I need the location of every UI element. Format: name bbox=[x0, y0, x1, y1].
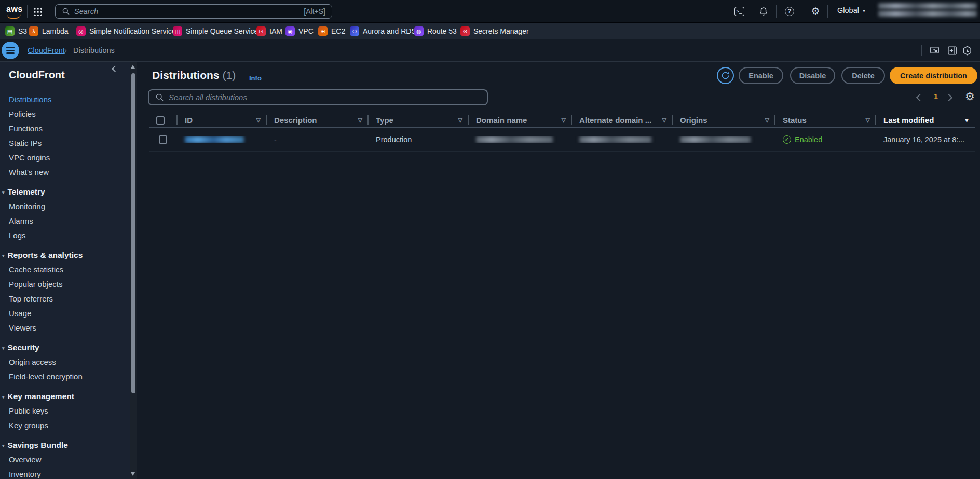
sidebar-item-static-ips[interactable]: Static IPs bbox=[0, 136, 130, 150]
favorite-service-secrets-manager[interactable]: ⊗Secrets Manager bbox=[460, 23, 529, 39]
favorite-service-vpc[interactable]: ◉VPC bbox=[285, 23, 314, 39]
pagination-next-button[interactable] bbox=[945, 94, 952, 101]
breadcrumb-link-cloudfront[interactable]: CloudFront bbox=[28, 39, 65, 61]
column-header-domain-name[interactable]: Domain name▽ bbox=[468, 113, 571, 127]
distributions-search-input[interactable]: Search all distributions bbox=[148, 89, 488, 105]
cell-type: Production bbox=[367, 135, 468, 144]
sidebar-section-telemetry[interactable]: ▾Telemetry bbox=[0, 185, 130, 199]
notifications-button[interactable] bbox=[758, 6, 769, 17]
sidebar-item-overview[interactable]: Overview bbox=[0, 453, 130, 467]
column-divider bbox=[875, 115, 876, 125]
sidebar-item-field-level-encryption[interactable]: Field-level encryption bbox=[0, 369, 130, 384]
sidebar-item-vpc-origins[interactable]: VPC origins bbox=[0, 150, 130, 165]
sidebar-section-savings-bundle[interactable]: ▾Savings Bundle bbox=[0, 438, 130, 453]
sidebar-item-public-keys[interactable]: Public keys bbox=[0, 404, 130, 418]
region-label: Global bbox=[837, 6, 859, 15]
section-expand-icon: ▾ bbox=[2, 341, 5, 355]
column-header-alternate-domain[interactable]: Alternate domain ...▽ bbox=[571, 113, 672, 127]
sidebar: CloudFront DistributionsPoliciesFunction… bbox=[0, 62, 130, 479]
scroll-up-arrow-icon[interactable] bbox=[131, 65, 135, 69]
pop-out-icon bbox=[929, 45, 940, 56]
sidebar-item-alarms[interactable]: Alarms bbox=[0, 214, 130, 228]
favorite-service-iam[interactable]: ⊡IAM bbox=[256, 23, 282, 39]
account-menu-redacted[interactable] bbox=[878, 3, 977, 19]
favorite-service-s3[interactable]: ▤S3 bbox=[5, 23, 27, 39]
section-expand-icon: ▾ bbox=[2, 439, 5, 453]
favorite-service-aurora-and-rds[interactable]: ⊜Aurora and RDS bbox=[350, 23, 416, 39]
table-preferences-button[interactable]: ⚙ bbox=[965, 89, 975, 104]
column-header-label: Domain name bbox=[476, 116, 560, 125]
sidebar-toggle-button[interactable] bbox=[2, 42, 19, 59]
sidebar-item-functions[interactable]: Functions bbox=[0, 121, 130, 136]
sidebar-item-logs[interactable]: Logs bbox=[0, 228, 130, 243]
favorite-service-ec2[interactable]: ⊞EC2 bbox=[318, 23, 345, 39]
favorite-service-lambda[interactable]: λLambda bbox=[29, 23, 69, 39]
create-distribution-button[interactable]: Create distribution bbox=[890, 67, 977, 84]
iam-icon: ⊡ bbox=[256, 26, 266, 36]
divider bbox=[921, 45, 922, 56]
help-button[interactable]: ? bbox=[784, 6, 795, 17]
sidebar-item-distributions[interactable]: Distributions bbox=[0, 92, 130, 107]
global-search-input[interactable]: Search [Alt+S] bbox=[55, 4, 332, 19]
refresh-button[interactable] bbox=[717, 67, 734, 84]
scroll-down-arrow-icon[interactable] bbox=[131, 472, 135, 476]
table-row[interactable]: - Production ✓ Enabled bbox=[149, 128, 975, 152]
column-header-origins[interactable]: Origins▽ bbox=[672, 113, 774, 127]
redacted-alternate-domain bbox=[579, 136, 651, 143]
favorite-service-route-53[interactable]: ◍Route 53 bbox=[414, 23, 457, 39]
aws-logo[interactable]: aws bbox=[6, 5, 24, 18]
redacted-distribution-id-link[interactable] bbox=[185, 136, 244, 143]
sort-descending-icon: ▼ bbox=[964, 117, 970, 124]
sidebar-item-origin-access[interactable]: Origin access bbox=[0, 355, 130, 369]
favorite-service-sqs[interactable]: ◫Simple Queue Service bbox=[173, 23, 258, 39]
column-header-type[interactable]: Type▽ bbox=[367, 113, 468, 127]
sidebar-item-monitoring[interactable]: Monitoring bbox=[0, 199, 130, 214]
sidebar-scrollbar[interactable] bbox=[130, 62, 137, 479]
column-header-label: Alternate domain ... bbox=[579, 116, 660, 125]
sidebar-item-inventory[interactable]: Inventory bbox=[0, 467, 130, 479]
sidebar-section-key-management[interactable]: ▾Key management bbox=[0, 389, 130, 404]
column-header-id[interactable]: ID▽ bbox=[176, 113, 266, 127]
sidebar-item-policies[interactable]: Policies bbox=[0, 107, 130, 121]
redacted-origins bbox=[680, 136, 751, 143]
sidebar-item-top-referrers[interactable]: Top referrers bbox=[0, 292, 130, 306]
enable-button[interactable]: Enable bbox=[739, 67, 783, 84]
divider bbox=[802, 5, 802, 18]
pagination-current-page[interactable]: 1 bbox=[930, 92, 942, 101]
sidebar-section-reports-analytics[interactable]: ▾Reports & analytics bbox=[0, 248, 130, 263]
info-link[interactable]: Info bbox=[249, 74, 262, 82]
column-header-status[interactable]: Status▽ bbox=[774, 113, 875, 127]
services-menu-button[interactable] bbox=[33, 6, 44, 17]
cloudshell-button[interactable]: >_ bbox=[733, 6, 745, 17]
sidebar-item-popular-objects[interactable]: Popular objects bbox=[0, 277, 130, 292]
sidebar-item-usage[interactable]: Usage bbox=[0, 306, 130, 321]
lambda-icon: λ bbox=[29, 26, 38, 36]
sidebar-item-key-groups[interactable]: Key groups bbox=[0, 418, 130, 433]
settings-button[interactable]: ⚙ bbox=[810, 6, 821, 17]
favorite-service-sns[interactable]: ◎Simple Notification Service bbox=[76, 23, 176, 39]
row-checkbox[interactable] bbox=[159, 135, 167, 144]
sidebar-item-viewers[interactable]: Viewers bbox=[0, 321, 130, 335]
column-header-last-modified[interactable]: Last modified▼ bbox=[875, 113, 975, 127]
scrollbar-thumb[interactable] bbox=[131, 73, 135, 393]
disable-button[interactable]: Disable bbox=[790, 67, 835, 84]
favorite-service-label: EC2 bbox=[331, 27, 345, 35]
sidebar-item-cache-statistics[interactable]: Cache statistics bbox=[0, 263, 130, 277]
sidebar-section-security[interactable]: ▾Security bbox=[0, 340, 130, 355]
pop-out-screen-button[interactable] bbox=[929, 45, 940, 56]
region-selector[interactable]: Global ▾ bbox=[837, 6, 865, 15]
amazon-q-button[interactable] bbox=[962, 45, 973, 56]
redacted-domain-name bbox=[476, 136, 553, 143]
sortable-icon: ▽ bbox=[358, 117, 362, 124]
sortable-icon: ▽ bbox=[662, 117, 666, 124]
sidebar-item-what-s-new[interactable]: What's new bbox=[0, 165, 130, 180]
column-header-description[interactable]: Description▽ bbox=[266, 113, 367, 127]
column-divider bbox=[266, 115, 267, 125]
delete-button[interactable]: Delete bbox=[841, 67, 885, 84]
row-checkbox-cell bbox=[149, 135, 176, 144]
pagination-previous-button[interactable] bbox=[916, 94, 923, 101]
column-divider bbox=[774, 115, 775, 125]
select-all-checkbox[interactable] bbox=[156, 116, 165, 125]
side-panel-button[interactable] bbox=[947, 45, 958, 56]
column-header-label: Last modified bbox=[883, 116, 962, 125]
